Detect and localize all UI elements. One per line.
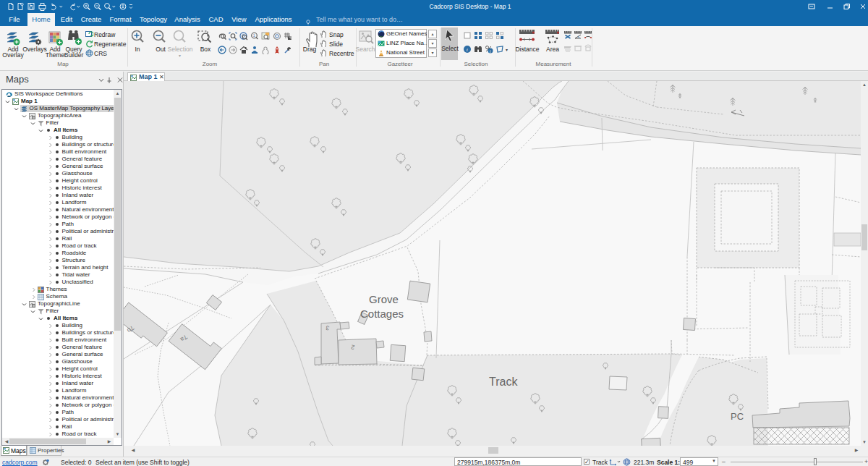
svg-text:PC: PC xyxy=(731,411,744,422)
svg-text:i: i xyxy=(467,47,468,53)
svg-text:Cottages: Cottages xyxy=(360,308,404,320)
svg-text:1: 1 xyxy=(253,33,255,38)
svg-text:Track: Track xyxy=(489,376,518,388)
svg-text:Grove: Grove xyxy=(369,293,399,305)
